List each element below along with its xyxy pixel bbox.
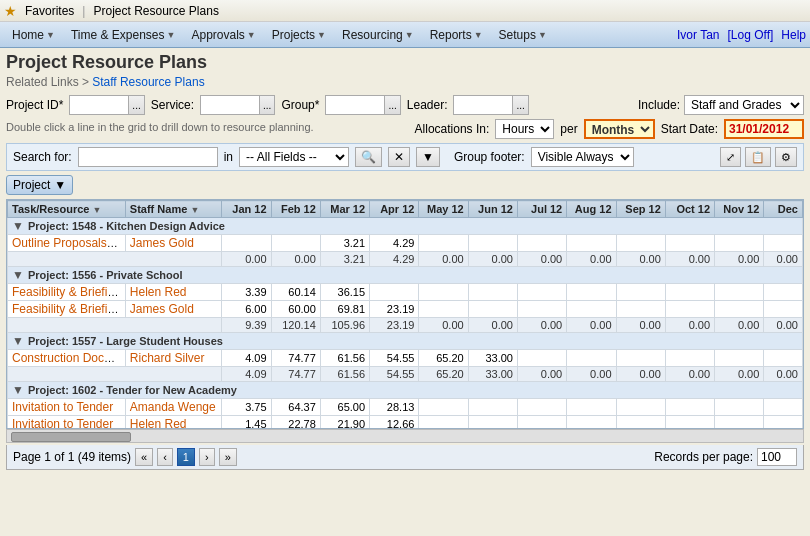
search-in-select[interactable]: -- All Fields --: [239, 147, 349, 167]
th-staff[interactable]: Staff Name ▼: [125, 201, 221, 218]
task-cell[interactable]: Invitation to Tender: [8, 416, 126, 430]
menu-projects[interactable]: Projects ▼: [264, 25, 334, 45]
filter-button[interactable]: ▼: [416, 147, 440, 167]
th-jul12[interactable]: Jul 12: [517, 201, 566, 218]
clear-button[interactable]: ✕: [388, 147, 410, 167]
first-page-btn[interactable]: «: [135, 448, 153, 466]
data-dec: [764, 301, 803, 318]
leader-input[interactable]: [453, 95, 513, 115]
task-cell[interactable]: Construction Documents: [8, 350, 126, 367]
th-task[interactable]: Task/Resource ▼: [8, 201, 126, 218]
group-dropdown[interactable]: Project ▼: [6, 175, 73, 195]
th-sep12[interactable]: Sep 12: [616, 201, 665, 218]
menu-reports[interactable]: Reports ▼: [422, 25, 491, 45]
table-row[interactable]: Feasibility & Briefing 2Helen Red3.3960.…: [8, 284, 803, 301]
per-select[interactable]: Months: [584, 119, 655, 139]
table-row[interactable]: Outline Proposals to co...James Gold3.21…: [8, 235, 803, 252]
include-select[interactable]: Staff and Grades: [684, 95, 804, 115]
group-footer-select[interactable]: Visible Always: [531, 147, 634, 167]
task-cell[interactable]: Invitation to Tender: [8, 399, 126, 416]
favorites-label[interactable]: Favorites: [25, 4, 74, 18]
task-link[interactable]: Outline Proposals to co...: [12, 236, 125, 250]
table-row[interactable]: Feasibility & Briefing 2James Gold6.0060…: [8, 301, 803, 318]
staff-link[interactable]: Amanda Wenge: [130, 400, 216, 414]
expand-btn[interactable]: ⤢: [720, 147, 741, 167]
staff-link[interactable]: Helen Red: [130, 285, 187, 299]
th-jun12[interactable]: Jun 12: [468, 201, 517, 218]
data-table: Task/Resource ▼ Staff Name ▼ Jan 12 Feb …: [7, 200, 803, 429]
subtotal-task-cell: [8, 252, 222, 267]
menu-resourcing[interactable]: Resourcing ▼: [334, 25, 422, 45]
search-button[interactable]: 🔍: [355, 147, 382, 167]
task-cell[interactable]: Feasibility & Briefing 2: [8, 301, 126, 318]
group-field[interactable]: ...: [325, 95, 400, 115]
tab-label[interactable]: Project Resource Plans: [93, 4, 218, 18]
help-link[interactable]: Help: [781, 28, 806, 42]
project-id-input[interactable]: [69, 95, 129, 115]
staff-cell[interactable]: Amanda Wenge: [125, 399, 221, 416]
data-nov12: [715, 350, 764, 367]
staff-cell[interactable]: Richard Silver: [125, 350, 221, 367]
project-id-field[interactable]: ...: [69, 95, 144, 115]
data-sep12: [616, 284, 665, 301]
staff-cell[interactable]: James Gold: [125, 235, 221, 252]
subtotal-row: 9.39120.14105.9623.190.000.000.000.000.0…: [8, 318, 803, 333]
task-link[interactable]: Invitation to Tender: [12, 417, 113, 429]
staff-link[interactable]: Richard Silver: [130, 351, 205, 365]
data-may12: [419, 284, 468, 301]
task-cell[interactable]: Feasibility & Briefing 2: [8, 284, 126, 301]
task-link[interactable]: Construction Documents: [12, 351, 125, 365]
last-page-btn[interactable]: »: [219, 448, 237, 466]
service-browse-btn[interactable]: ...: [260, 95, 275, 115]
th-apr12[interactable]: Apr 12: [370, 201, 419, 218]
menu-home[interactable]: Home ▼: [4, 25, 63, 45]
project-id-browse-btn[interactable]: ...: [129, 95, 144, 115]
service-input[interactable]: [200, 95, 260, 115]
th-oct12[interactable]: Oct 12: [665, 201, 714, 218]
group-input[interactable]: [325, 95, 385, 115]
staff-link[interactable]: James Gold: [130, 302, 194, 316]
service-field[interactable]: ...: [200, 95, 275, 115]
group-browse-btn[interactable]: ...: [385, 95, 400, 115]
leader-browse-btn[interactable]: ...: [513, 95, 528, 115]
th-feb12[interactable]: Feb 12: [271, 201, 320, 218]
search-input[interactable]: [78, 147, 218, 167]
hscroll-thumb[interactable]: [11, 432, 131, 442]
staff-cell[interactable]: James Gold: [125, 301, 221, 318]
start-date-input[interactable]: [724, 119, 804, 139]
breadcrumb-link[interactable]: Staff Resource Plans: [92, 75, 205, 89]
th-dec[interactable]: Dec: [764, 201, 803, 218]
th-jan12[interactable]: Jan 12: [222, 201, 271, 218]
menu-setups[interactable]: Setups ▼: [491, 25, 555, 45]
user-name[interactable]: Ivor Tan: [677, 28, 719, 42]
menu-approvals[interactable]: Approvals ▼: [183, 25, 263, 45]
th-aug12[interactable]: Aug 12: [567, 201, 616, 218]
th-mar12[interactable]: Mar 12: [320, 201, 369, 218]
staff-link[interactable]: James Gold: [130, 236, 194, 250]
subtotal-nov12: 0.00: [715, 318, 764, 333]
task-link[interactable]: Feasibility & Briefing 2: [12, 285, 125, 299]
allocations-select[interactable]: Hours: [495, 119, 554, 139]
project-header-row: ▼Project: 1548 - Kitchen Design Advice: [8, 218, 803, 235]
table-row[interactable]: Invitation to TenderHelen Red1.4522.7821…: [8, 416, 803, 430]
th-may12[interactable]: May 12: [419, 201, 468, 218]
current-page-btn[interactable]: 1: [177, 448, 195, 466]
export-btn[interactable]: 📋: [745, 147, 771, 167]
staff-link[interactable]: Helen Red: [130, 417, 187, 429]
table-row[interactable]: Construction DocumentsRichard Silver4.09…: [8, 350, 803, 367]
horizontal-scrollbar[interactable]: [6, 429, 804, 443]
logoff-link[interactable]: [Log Off]: [728, 28, 774, 42]
table-row[interactable]: Invitation to TenderAmanda Wenge3.7564.3…: [8, 399, 803, 416]
prev-page-btn[interactable]: ‹: [157, 448, 173, 466]
leader-field[interactable]: ...: [453, 95, 528, 115]
th-nov12[interactable]: Nov 12: [715, 201, 764, 218]
task-link[interactable]: Feasibility & Briefing 2: [12, 302, 125, 316]
task-cell[interactable]: Outline Proposals to co...: [8, 235, 126, 252]
settings-btn[interactable]: ⚙: [775, 147, 797, 167]
next-page-btn[interactable]: ›: [199, 448, 215, 466]
staff-cell[interactable]: Helen Red: [125, 416, 221, 430]
task-link[interactable]: Invitation to Tender: [12, 400, 113, 414]
menu-time-expenses[interactable]: Time & Expenses ▼: [63, 25, 184, 45]
records-per-page-input[interactable]: [757, 448, 797, 466]
staff-cell[interactable]: Helen Red: [125, 284, 221, 301]
